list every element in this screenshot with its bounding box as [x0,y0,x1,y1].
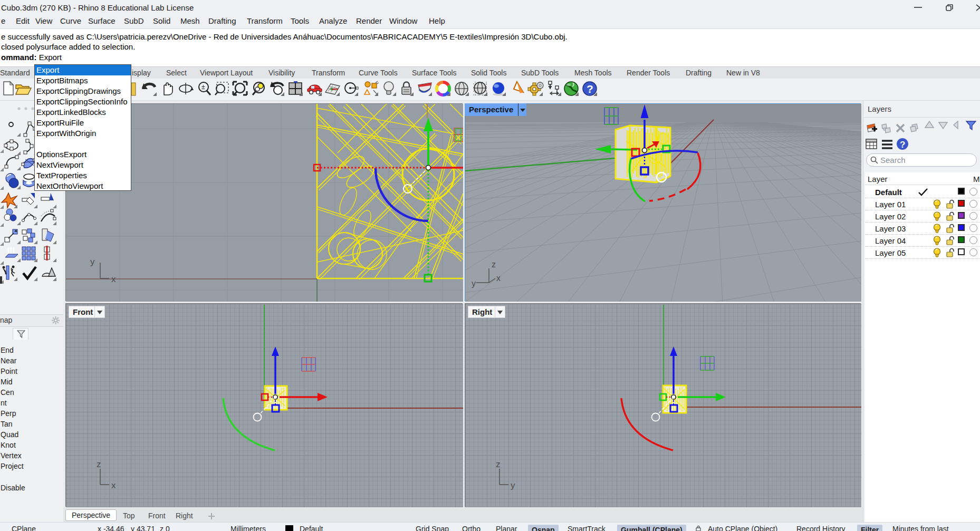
svg-text:?: ? [587,83,593,95]
svg-text:z: z [97,459,101,469]
svg-text:±: ± [201,83,205,91]
svg-text:z: z [492,260,496,269]
svg-text:y: y [511,480,515,490]
svg-text:x: x [496,274,501,283]
svg-text:x: x [111,274,116,284]
svg-text:y: y [472,279,476,288]
svg-text:z: z [496,459,501,469]
svg-text:y: y [90,257,95,267]
svg-text:x: x [111,480,116,490]
svg-text:?: ? [900,140,905,150]
